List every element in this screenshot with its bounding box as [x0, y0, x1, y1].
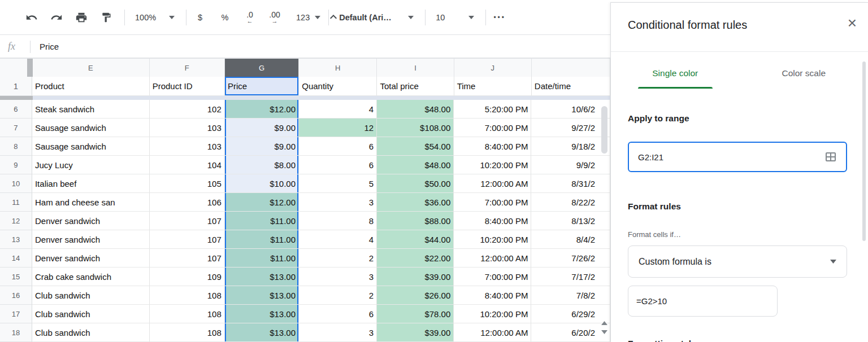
cell-datetime[interactable]: 10/6/2: [531, 100, 610, 119]
cell-datetime[interactable]: 9/18/2: [531, 137, 610, 156]
column-header-f[interactable]: F: [150, 59, 225, 77]
cell-product-id[interactable]: 106: [150, 193, 225, 212]
cell-quantity[interactable]: 2: [299, 249, 377, 268]
row-header[interactable]: 16: [0, 286, 32, 305]
cell-datetime[interactable]: 8/31/2: [531, 174, 610, 193]
cell-price[interactable]: $12.00: [225, 193, 299, 212]
row-header[interactable]: 17: [0, 305, 32, 323]
cell-total-price[interactable]: $48.00: [377, 156, 454, 174]
cell-quantity[interactable]: 12: [299, 119, 377, 137]
zoom-select[interactable]: 100%: [131, 10, 179, 25]
cell-product[interactable]: Club sandwich: [32, 286, 150, 305]
redo-icon[interactable]: [49, 8, 64, 27]
cell-price[interactable]: $11.00: [225, 212, 299, 230]
cell-total-price[interactable]: $26.00: [377, 286, 454, 305]
header-cell-quantity[interactable]: Quantity: [299, 77, 377, 96]
print-icon[interactable]: [73, 8, 89, 27]
column-header-j[interactable]: J: [454, 59, 532, 77]
cell-quantity[interactable]: 4: [299, 100, 377, 119]
cell-product-id[interactable]: 107: [150, 249, 225, 268]
cell-datetime[interactable]: 8/4/2: [531, 230, 610, 249]
cell-price[interactable]: $13.00: [225, 305, 299, 323]
row-header[interactable]: 7: [0, 119, 32, 137]
cell-product[interactable]: Jucy Lucy: [32, 156, 150, 174]
cell-time[interactable]: 8:40:00 PM: [454, 212, 531, 230]
font-size-select[interactable]: 10: [431, 10, 479, 25]
cell-time[interactable]: 5:20:00 PM: [454, 100, 531, 119]
cell-time[interactable]: 8:40:00 PM: [454, 286, 531, 305]
cell-product[interactable]: Sausage sandwich: [32, 119, 150, 137]
cell-price[interactable]: $9.00: [225, 119, 299, 137]
cell-quantity[interactable]: 3: [299, 193, 377, 212]
select-data-range-icon[interactable]: [824, 151, 837, 163]
cell-price[interactable]: $13.00: [225, 323, 299, 342]
more-options-icon[interactable]: •••: [492, 8, 507, 27]
cell-product-id[interactable]: 108: [150, 305, 225, 323]
cell-product-id[interactable]: 103: [150, 137, 225, 156]
cell-product[interactable]: Club sandwich: [32, 323, 150, 342]
cell-product[interactable]: Ham and cheese san: [32, 193, 150, 212]
frozen-row-separator-handle[interactable]: [0, 96, 33, 100]
column-header-i[interactable]: I: [377, 59, 454, 77]
row-header[interactable]: 15: [0, 268, 32, 286]
row-header[interactable]: 8: [0, 137, 32, 156]
column-header-k[interactable]: [532, 59, 610, 77]
cell-quantity[interactable]: 6: [299, 137, 377, 156]
cell-product-id[interactable]: 102: [150, 100, 225, 119]
tab-single-color[interactable]: Single color: [611, 57, 740, 90]
header-cell-total-price[interactable]: Total price: [377, 77, 454, 96]
cell-price[interactable]: $13.00: [225, 286, 299, 305]
row-header[interactable]: 9: [0, 156, 32, 174]
column-header-e[interactable]: E: [32, 59, 150, 77]
formula-bar-value[interactable]: Price: [40, 42, 59, 51]
cell-datetime[interactable]: 7/8/2: [531, 286, 610, 305]
cell-price[interactable]: $9.00: [225, 137, 299, 156]
collapse-toolbar-icon[interactable]: [327, 10, 340, 26]
cell-quantity[interactable]: 8: [299, 212, 377, 230]
cell-datetime[interactable]: 9/27/2: [531, 119, 610, 137]
cell-time[interactable]: 12:00:00 AM: [454, 249, 531, 268]
cell-quantity[interactable]: 5: [299, 174, 377, 193]
cell-product[interactable]: Denver sandwich: [32, 212, 150, 230]
format-currency-button[interactable]: $: [192, 8, 208, 27]
tab-color-scale[interactable]: Color scale: [740, 57, 868, 90]
cell-datetime[interactable]: 6/20/2: [531, 323, 610, 342]
cell-price[interactable]: $11.00: [225, 249, 299, 268]
cell-total-price[interactable]: $108.00: [377, 119, 454, 137]
cell-product[interactable]: Denver sandwich: [32, 249, 150, 268]
cell-datetime[interactable]: 6/29/2: [531, 305, 610, 323]
header-cell-product-id[interactable]: Product ID: [150, 77, 225, 96]
condition-select[interactable]: Custom formula is: [628, 245, 847, 278]
cell-total-price[interactable]: $39.00: [377, 323, 454, 342]
cell-product[interactable]: Steak sandwich: [32, 100, 150, 119]
row-header[interactable]: 12: [0, 212, 32, 230]
cell-price[interactable]: $10.00: [225, 174, 299, 193]
cell-time[interactable]: 10:20:00 PM: [454, 230, 531, 249]
cell-price[interactable]: $8.00: [225, 156, 299, 174]
cell-total-price[interactable]: $44.00: [377, 230, 454, 249]
cell-quantity[interactable]: 4: [299, 230, 377, 249]
column-header-h[interactable]: H: [299, 59, 377, 77]
cell-quantity[interactable]: 2: [299, 286, 377, 305]
cell-time[interactable]: 7:00:00 PM: [454, 268, 531, 286]
cell-total-price[interactable]: $88.00: [377, 212, 454, 230]
cell-datetime[interactable]: 7/17/2: [531, 268, 610, 286]
panel-scrollbar[interactable]: [862, 62, 866, 241]
scroll-up-icon[interactable]: [601, 321, 607, 325]
cell-product-id[interactable]: 108: [150, 286, 225, 305]
cell-product-id[interactable]: 108: [150, 323, 225, 342]
cell-product-id[interactable]: 104: [150, 156, 225, 174]
cell-product-id[interactable]: 105: [150, 174, 225, 193]
cell-quantity[interactable]: 6: [299, 305, 377, 323]
header-cell-datetime[interactable]: Date/time: [532, 77, 610, 96]
cell-product-id[interactable]: 107: [150, 230, 225, 249]
cell-product[interactable]: Club sandwich: [32, 305, 150, 323]
cell-time[interactable]: 7:00:00 PM: [454, 193, 531, 212]
close-icon[interactable]: ×: [848, 15, 857, 31]
decrease-decimal-button[interactable]: .0 ←: [242, 8, 258, 27]
row-header[interactable]: 18: [0, 323, 32, 342]
cell-quantity[interactable]: 3: [299, 323, 377, 342]
cell-total-price[interactable]: $50.00: [377, 174, 454, 193]
header-cell-time[interactable]: Time: [454, 77, 532, 96]
cell-product-id[interactable]: 107: [150, 212, 225, 230]
